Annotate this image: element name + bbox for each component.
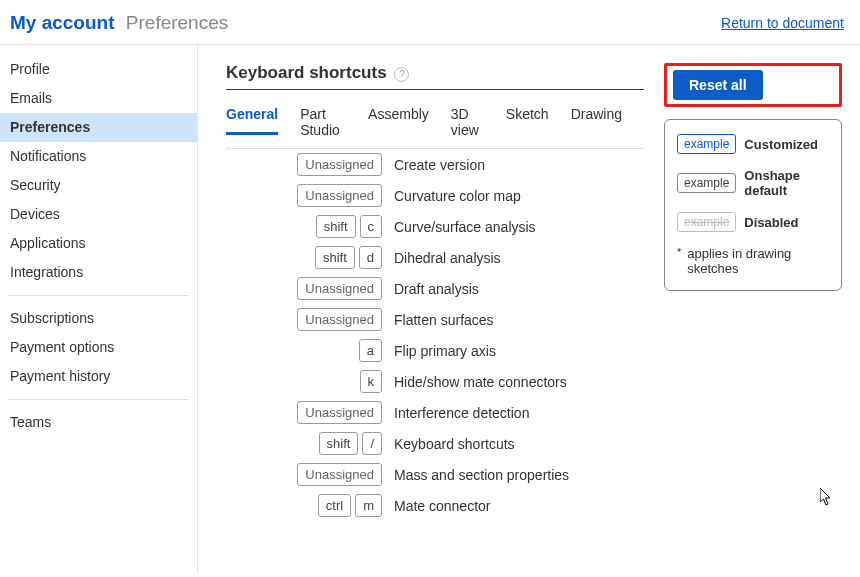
tab-assembly[interactable]: Assembly: [368, 100, 429, 132]
legend-customized: example Customized: [677, 134, 829, 154]
shortcut-keys: Unassigned: [232, 401, 382, 424]
shortcut-row[interactable]: shiftdDihedral analysis: [226, 242, 644, 273]
key: ctrl: [318, 494, 351, 517]
sidebar-item-teams[interactable]: Teams: [0, 408, 197, 437]
tab-drawing[interactable]: Drawing: [571, 100, 622, 132]
key: m: [355, 494, 382, 517]
sidebar-item-applications[interactable]: Applications: [0, 229, 197, 258]
reset-highlight: Reset all: [664, 63, 842, 107]
legend-example-disabled: example: [677, 212, 736, 232]
shortcut-row[interactable]: aFlip primary axis: [226, 335, 644, 366]
key: a: [359, 339, 382, 362]
shortcut-keys: Unassigned: [232, 277, 382, 300]
header: My account Preferences Return to documen…: [0, 0, 860, 45]
breadcrumb-root[interactable]: My account: [10, 12, 115, 33]
right-column: Reset all example Customized example Ons…: [664, 63, 842, 574]
key: shift: [316, 215, 356, 238]
sidebar-divider: [8, 399, 189, 400]
legend: example Customized example Onshape defau…: [664, 119, 842, 291]
shortcut-row[interactable]: ctrlmMate connector: [226, 490, 644, 521]
key-unassigned: Unassigned: [297, 463, 382, 486]
sidebar-item-devices[interactable]: Devices: [0, 200, 197, 229]
shortcut-keys: k: [232, 370, 382, 393]
reset-all-button[interactable]: Reset all: [673, 70, 763, 100]
shortcut-row[interactable]: UnassignedFlatten surfaces: [226, 304, 644, 335]
help-icon[interactable]: ?: [394, 67, 409, 82]
sidebar-item-notifications[interactable]: Notifications: [0, 142, 197, 171]
shortcut-keys: Unassigned: [232, 153, 382, 176]
shortcut-row[interactable]: UnassignedMass and section properties: [226, 459, 644, 490]
shortcut-label: Keyboard shortcuts: [394, 436, 638, 452]
key-unassigned: Unassigned: [297, 277, 382, 300]
sidebar-item-integrations[interactable]: Integrations: [0, 258, 197, 287]
legend-customized-label: Customized: [744, 137, 818, 152]
legend-note: * applies in drawing sketches: [677, 246, 829, 276]
key: k: [360, 370, 383, 393]
shortcut-row[interactable]: UnassignedCreate version: [226, 149, 644, 180]
legend-asterisk: *: [677, 246, 681, 276]
shortcut-label: Dihedral analysis: [394, 250, 638, 266]
key: shift: [315, 246, 355, 269]
sidebar-item-preferences[interactable]: Preferences: [0, 113, 197, 142]
key-unassigned: Unassigned: [297, 153, 382, 176]
shortcut-label: Hide/show mate connectors: [394, 374, 638, 390]
shortcut-list[interactable]: UnassignedCreate versionUnassignedCurvat…: [226, 149, 644, 549]
sidebar-divider: [8, 295, 189, 296]
shortcut-row[interactable]: UnassignedCurvature color map: [226, 180, 644, 211]
tab-sketch[interactable]: Sketch: [506, 100, 549, 132]
shortcut-label: Mate connector: [394, 498, 638, 514]
sidebar-item-payment-history[interactable]: Payment history: [0, 362, 197, 391]
sidebar-item-profile[interactable]: Profile: [0, 55, 197, 84]
key-unassigned: Unassigned: [297, 401, 382, 424]
legend-example-customized: example: [677, 134, 736, 154]
key: shift: [319, 432, 359, 455]
legend-example-default: example: [677, 173, 736, 193]
tabs: GeneralPart StudioAssembly3D viewSketchD…: [226, 100, 644, 149]
shortcut-label: Curvature color map: [394, 188, 638, 204]
sidebar: ProfileEmailsPreferencesNotificationsSec…: [0, 45, 198, 574]
shortcut-keys: shiftc: [232, 215, 382, 238]
shortcut-row[interactable]: shift/Keyboard shortcuts: [226, 428, 644, 459]
breadcrumb-current: Preferences: [126, 12, 228, 33]
legend-default: example Onshape default: [677, 168, 829, 198]
shortcut-keys: Unassigned: [232, 463, 382, 486]
shortcut-keys: a: [232, 339, 382, 362]
legend-disabled: example Disabled: [677, 212, 829, 232]
shortcut-row[interactable]: shiftcCurve/surface analysis: [226, 211, 644, 242]
sidebar-item-security[interactable]: Security: [0, 171, 197, 200]
shortcut-keys: Unassigned: [232, 308, 382, 331]
key: d: [359, 246, 382, 269]
shortcut-label: Mass and section properties: [394, 467, 638, 483]
shortcut-keys: ctrlm: [232, 494, 382, 517]
key: /: [362, 432, 382, 455]
sidebar-item-subscriptions[interactable]: Subscriptions: [0, 304, 197, 333]
return-to-document-link[interactable]: Return to document: [721, 15, 844, 31]
key: c: [360, 215, 383, 238]
shortcut-label: Curve/surface analysis: [394, 219, 638, 235]
sidebar-item-payment-options[interactable]: Payment options: [0, 333, 197, 362]
main-content: Keyboard shortcuts ? GeneralPart StudioA…: [198, 45, 860, 574]
shortcut-row[interactable]: UnassignedDraft analysis: [226, 273, 644, 304]
key-unassigned: Unassigned: [297, 308, 382, 331]
shortcut-label: Draft analysis: [394, 281, 638, 297]
tab-3d-view[interactable]: 3D view: [451, 100, 484, 148]
shortcut-label: Flip primary axis: [394, 343, 638, 359]
shortcut-row[interactable]: UnassignedInterference detection: [226, 397, 644, 428]
legend-disabled-label: Disabled: [744, 215, 798, 230]
page-title: Keyboard shortcuts: [226, 63, 387, 82]
shortcut-row[interactable]: kHide/show mate connectors: [226, 366, 644, 397]
heading-row: Keyboard shortcuts ?: [226, 63, 644, 90]
shortcut-label: Create version: [394, 157, 638, 173]
tab-general[interactable]: General: [226, 100, 278, 135]
sidebar-item-emails[interactable]: Emails: [0, 84, 197, 113]
legend-default-label: Onshape default: [744, 168, 829, 198]
shortcut-keys: shiftd: [232, 246, 382, 269]
shortcut-keys: shift/: [232, 432, 382, 455]
shortcut-label: Flatten surfaces: [394, 312, 638, 328]
shortcut-keys: Unassigned: [232, 184, 382, 207]
key-unassigned: Unassigned: [297, 184, 382, 207]
tab-part-studio[interactable]: Part Studio: [300, 100, 346, 148]
breadcrumb: My account Preferences: [10, 12, 228, 34]
shortcut-label: Interference detection: [394, 405, 638, 421]
legend-note-text: applies in drawing sketches: [687, 246, 829, 276]
